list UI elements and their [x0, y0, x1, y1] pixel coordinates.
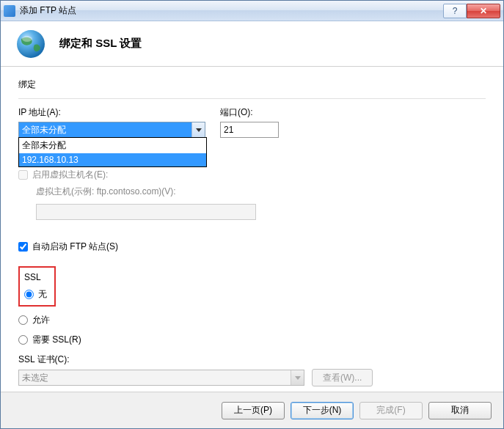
close-button[interactable]: ✕: [467, 4, 500, 18]
ssl-allow-radio[interactable]: [18, 315, 28, 325]
titlebar: 添加 FTP 站点 ? ✕: [1, 1, 503, 21]
port-label: 端口(O):: [220, 106, 279, 119]
wizard-footer: 上一页(P) 下一步(N) 完成(F) 取消: [1, 392, 503, 428]
chevron-down-icon[interactable]: [191, 122, 205, 137]
finish-button: 完成(F): [359, 402, 423, 419]
wizard-header: 绑定和 SSL 设置: [1, 21, 503, 67]
ssl-highlight-box: SSL 无: [18, 266, 56, 307]
globe-icon: [15, 29, 46, 59]
ssl-cert-select: 未选定: [18, 370, 304, 386]
ssl-require-radio[interactable]: [18, 335, 28, 345]
help-button[interactable]: ?: [443, 4, 467, 18]
ip-address-dropdown: 全部未分配 192.168.10.13: [18, 137, 207, 167]
cancel-button[interactable]: 取消: [428, 402, 492, 419]
window-title: 添加 FTP 站点: [20, 4, 443, 17]
auto-start-label: 自动启动 FTP 站点(S): [32, 241, 118, 253]
ip-address-combo[interactable]: 全部未分配 全部未分配 192.168.10.13: [18, 122, 205, 138]
ssl-none-radio[interactable]: [24, 290, 34, 299]
prev-button[interactable]: 上一页(P): [222, 402, 285, 419]
vhost-input: [36, 204, 256, 220]
ssl-none-label: 无: [38, 288, 47, 301]
ssl-cert-label: SSL 证书(C):: [18, 353, 486, 366]
ssl-allow-label: 允许: [32, 314, 50, 326]
dropdown-option[interactable]: 全部未分配: [19, 138, 206, 153]
next-button[interactable]: 下一步(N): [291, 402, 354, 419]
chevron-down-icon: [291, 370, 304, 385]
page-title: 绑定和 SSL 设置: [59, 37, 142, 51]
vhost-label: 虚拟主机(示例: ftp.contoso.com)(V):: [36, 186, 486, 198]
ip-address-label: IP 地址(A):: [18, 106, 205, 119]
ssl-require-label: 需要 SSL(R): [32, 334, 81, 346]
enable-vhost-checkbox: [18, 170, 28, 180]
ip-address-value: 全部未分配: [19, 122, 191, 137]
binding-group-label: 绑定: [18, 78, 486, 91]
app-icon: [4, 5, 15, 17]
ssl-cert-value: 未选定: [22, 372, 48, 384]
ssl-group-label: SSL: [24, 272, 47, 282]
view-cert-button: 查看(W)...: [312, 369, 373, 386]
svg-point-0: [17, 30, 45, 58]
svg-point-1: [22, 36, 32, 42]
enable-vhost-label: 启用虚拟主机名(E):: [32, 169, 108, 181]
port-input[interactable]: [220, 122, 279, 138]
auto-start-checkbox[interactable]: [18, 242, 28, 252]
dropdown-option[interactable]: 192.168.10.13: [19, 153, 206, 166]
